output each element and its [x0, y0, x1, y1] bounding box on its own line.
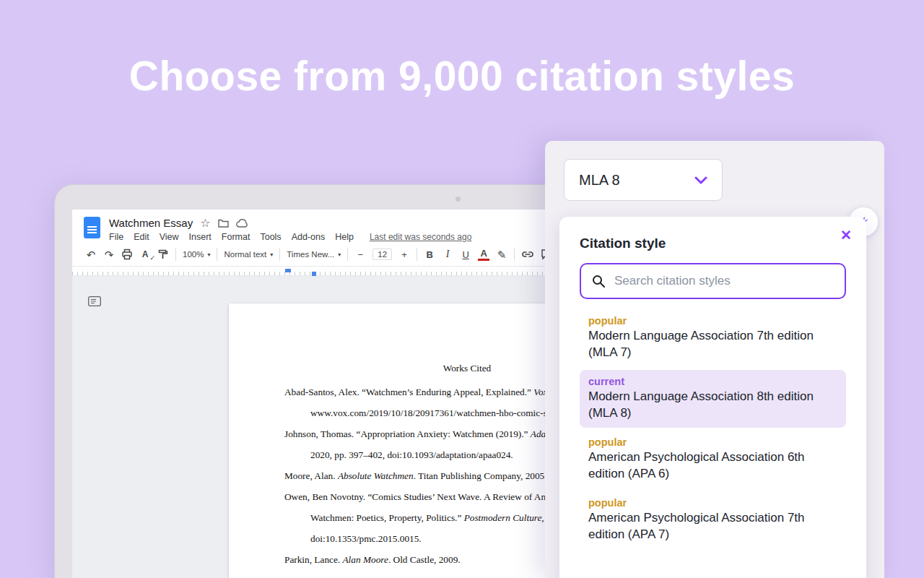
page: Choose from 9,000 citation styles Watchm… — [0, 0, 924, 578]
google-docs-icon[interactable] — [84, 217, 100, 238]
menu-view[interactable]: View — [160, 232, 179, 242]
star-icon[interactable]: ☆ — [200, 217, 210, 229]
redo-icon[interactable]: ↷ — [103, 249, 115, 260]
item-label: Modern Language Association 8th edition … — [588, 389, 837, 422]
document-title[interactable]: Watchmen Essay — [109, 217, 193, 229]
chevron-down-icon: ▾ — [207, 251, 210, 258]
style-item-apa7[interactable]: popular American Psychological Associati… — [580, 491, 846, 549]
menu-insert[interactable]: Insert — [189, 232, 212, 242]
style-item-mla8[interactable]: current Modern Language Association 8th … — [580, 370, 846, 428]
insert-link-icon[interactable] — [521, 249, 534, 260]
hero-title: Choose from 9,000 citation styles — [0, 52, 924, 100]
font-select[interactable]: Times New...▾ — [287, 250, 341, 259]
item-label: American Psychological Association 6th e… — [588, 449, 837, 483]
docs-menu-bar: File Edit View Insert Format Tools Add-o… — [109, 232, 471, 242]
item-tag: popular — [588, 436, 837, 448]
toolbar-separator — [347, 248, 348, 261]
style-item-apa6[interactable]: popular American Psychological Associati… — [580, 431, 846, 488]
scissors-icon: ✂ — [853, 212, 873, 232]
search-box[interactable] — [580, 263, 846, 299]
menu-tools[interactable]: Tools — [260, 232, 281, 242]
undo-icon[interactable]: ↶ — [85, 249, 97, 260]
item-tag: current — [588, 376, 837, 387]
highlight-color-icon[interactable]: ✎ — [496, 249, 507, 260]
menu-file[interactable]: File — [109, 232, 123, 242]
item-label: Modern Language Association 7th edition … — [588, 328, 837, 361]
item-tag: popular — [588, 497, 837, 509]
laptop-camera-dot — [456, 197, 461, 202]
bold-button[interactable]: B — [424, 249, 435, 260]
document-outline-icon[interactable] — [88, 296, 101, 309]
search-icon — [591, 274, 606, 288]
citation-style-list: popular Modern Language Association 7th … — [580, 309, 846, 549]
chevron-down-icon: ▾ — [338, 251, 341, 258]
item-label: American Psychological Association 7th e… — [588, 510, 837, 543]
chevron-down-icon: ▾ — [270, 251, 273, 258]
move-folder-icon[interactable] — [218, 218, 229, 228]
scissors-badge[interactable]: ✂ — [849, 207, 878, 236]
menu-format[interactable]: Format — [222, 232, 250, 242]
close-icon[interactable]: ✕ — [840, 228, 852, 242]
print-icon[interactable] — [121, 249, 133, 260]
toolbar-separator — [417, 248, 417, 261]
toolbar-separator — [279, 248, 280, 261]
menu-edit[interactable]: Edit — [134, 232, 149, 242]
cloud-status-icon[interactable] — [236, 219, 248, 228]
style-item-mla7[interactable]: popular Modern Language Association 7th … — [580, 309, 846, 367]
citation-style-card: ✂ ✕ Citation style popular Modern Langua… — [559, 217, 866, 578]
spellcheck-icon[interactable]: A✓ — [139, 249, 151, 259]
docs-title-main: Watchmen Essay ☆ File Edit — [109, 217, 471, 242]
last-edit-status[interactable]: Last edit was seconds ago — [370, 232, 471, 242]
decrease-font-size-button[interactable]: − — [354, 249, 366, 260]
selected-style-value: MLA 8 — [579, 172, 620, 189]
citation-style-dropdown[interactable]: MLA 8 — [564, 159, 723, 201]
menu-help[interactable]: Help — [335, 232, 354, 242]
chevron-down-icon — [694, 176, 707, 184]
font-size-input[interactable]: 12 — [372, 249, 392, 260]
indent-marker[interactable] — [285, 269, 291, 272]
text-color-button[interactable]: A — [478, 249, 489, 261]
toolbar-separator — [175, 248, 176, 261]
doc-title-line: Watchmen Essay ☆ — [109, 217, 471, 229]
search-citation-styles-input[interactable] — [614, 274, 834, 288]
toolbar-separator — [217, 248, 217, 261]
item-tag: popular — [588, 315, 837, 327]
zoom-select[interactable]: 100%▾ — [183, 250, 210, 259]
paragraph-style-select[interactable]: Normal text▾ — [224, 250, 273, 259]
paint-format-icon[interactable] — [157, 249, 169, 260]
increase-font-size-button[interactable]: + — [398, 249, 410, 260]
toolbar-separator — [514, 248, 515, 261]
underline-button[interactable]: U — [460, 249, 471, 260]
citation-panel: MLA 8 ✂ ✕ Citation style popular Modern … — [545, 141, 884, 578]
italic-button[interactable]: I — [442, 249, 453, 260]
card-title: Citation style — [580, 236, 846, 251]
menu-addons[interactable]: Add-ons — [292, 232, 326, 242]
